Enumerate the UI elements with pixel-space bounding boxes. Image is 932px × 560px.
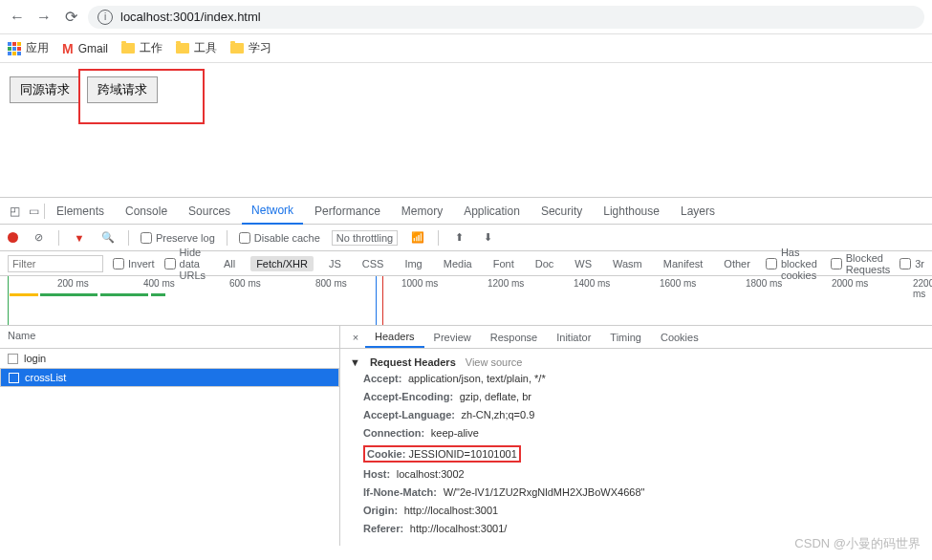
filter-doc[interactable]: Doc xyxy=(530,256,560,271)
detail-tab-timing[interactable]: Timing xyxy=(600,328,651,347)
filter-ws[interactable]: WS xyxy=(569,256,597,271)
download-icon[interactable]: ⬇ xyxy=(479,229,496,247)
folder-icon xyxy=(230,43,244,54)
header-accept-language: Accept-Language: zh-CN,zh;q=0.9 xyxy=(350,406,922,424)
search-icon[interactable]: 🔍 xyxy=(99,229,117,247)
view-source-link[interactable]: View source xyxy=(466,356,523,368)
filter-icon[interactable]: ▼ xyxy=(71,229,88,247)
filter-wasm[interactable]: Wasm xyxy=(607,256,648,271)
tab-lighthouse[interactable]: Lighthouse xyxy=(594,199,669,224)
forward-button[interactable]: → xyxy=(34,8,54,27)
bookmarks-bar: 应用 M Gmail 工作 工具 学习 xyxy=(0,34,932,63)
filter-media[interactable]: Media xyxy=(438,256,478,271)
folder-work[interactable]: 工作 xyxy=(121,40,163,56)
folder-icon xyxy=(176,43,189,54)
header-cookie: Cookie: JESSIONID=10101001 xyxy=(350,442,922,465)
header-accept-encoding: Accept-Encoding: gzip, deflate, br xyxy=(350,388,922,406)
headers-body: ▼ Request Headers View source Accept: ap… xyxy=(340,349,932,546)
upload-icon[interactable]: ⬆ xyxy=(450,229,467,247)
request-headers-section[interactable]: ▼ Request Headers View source xyxy=(350,355,922,370)
folder-icon xyxy=(121,43,135,54)
invert-checkbox[interactable]: Invert xyxy=(113,258,155,269)
tab-sources[interactable]: Sources xyxy=(179,199,240,224)
same-origin-button[interactable]: 同源请求 xyxy=(10,76,80,103)
header-host: Host: localhost:3002 xyxy=(350,465,922,484)
tab-security[interactable]: Security xyxy=(531,199,592,224)
reload-button[interactable]: ⟳ xyxy=(61,8,80,27)
throttling-select[interactable]: No throttling xyxy=(332,230,398,246)
filter-other[interactable]: Other xyxy=(718,256,756,271)
header-origin: Origin: http://localhost:3001 xyxy=(350,502,922,520)
folder-study[interactable]: 学习 xyxy=(230,40,271,56)
browser-toolbar: ← → ⟳ i localhost:3001/index.html xyxy=(0,0,932,34)
filter-manifest[interactable]: Manifest xyxy=(658,256,709,271)
request-list: Name login crossList xyxy=(0,326,340,546)
blocked-requests-checkbox[interactable]: Blocked Requests xyxy=(831,252,890,275)
devtools-tabs: ◰ ▭ Elements Console Sources Network Per… xyxy=(0,198,932,225)
network-filter-bar: Invert Hide data URLs All Fetch/XHR JS C… xyxy=(0,251,932,276)
disable-cache-checkbox[interactable]: Disable cache xyxy=(239,232,320,244)
detail-tab-preview[interactable]: Preview xyxy=(424,328,481,347)
filter-fetch-xhr[interactable]: Fetch/XHR xyxy=(250,256,314,271)
tab-memory[interactable]: Memory xyxy=(392,199,452,224)
apps-shortcut[interactable]: 应用 xyxy=(8,40,49,56)
site-info-icon[interactable]: i xyxy=(98,10,113,25)
gmail-bookmark[interactable]: M Gmail xyxy=(62,41,108,56)
wifi-icon[interactable]: 📶 xyxy=(409,229,426,247)
cross-origin-button[interactable]: 跨域请求 xyxy=(87,76,158,103)
device-icon[interactable]: ▭ xyxy=(25,203,42,220)
inspect-icon[interactable]: ◰ xyxy=(6,203,23,220)
request-detail: × Headers Preview Response Initiator Tim… xyxy=(340,326,932,546)
gmail-icon: M xyxy=(62,41,74,56)
filter-input[interactable] xyxy=(8,255,103,272)
preserve-log-checkbox[interactable]: Preserve log xyxy=(141,232,215,244)
tab-elements[interactable]: Elements xyxy=(47,199,114,224)
folder-tools[interactable]: 工具 xyxy=(176,40,217,56)
devtools-panel: ◰ ▭ Elements Console Sources Network Per… xyxy=(0,197,932,546)
clear-button[interactable]: ⊘ xyxy=(30,229,47,247)
header-if-none-match: If-None-Match: W/"2e-lV1/1ZU2RxgNldMH2XJ… xyxy=(350,484,922,502)
detail-tab-headers[interactable]: Headers xyxy=(365,327,424,348)
tab-network[interactable]: Network xyxy=(242,198,303,225)
filter-img[interactable]: Img xyxy=(399,256,427,271)
tab-console[interactable]: Console xyxy=(116,199,177,224)
detail-tab-cookies[interactable]: Cookies xyxy=(651,328,708,347)
header-accept: Accept: application/json, text/plain, */… xyxy=(350,370,922,388)
detail-tab-initiator[interactable]: Initiator xyxy=(547,328,600,347)
apps-icon xyxy=(8,42,21,55)
request-row-login[interactable]: login xyxy=(0,349,339,368)
detail-tab-response[interactable]: Response xyxy=(481,328,548,347)
back-button[interactable]: ← xyxy=(8,8,27,27)
third-party-checkbox[interactable]: 3r xyxy=(899,258,924,269)
close-detail-icon[interactable]: × xyxy=(346,332,365,343)
tab-layers[interactable]: Layers xyxy=(671,199,725,224)
network-main: Name login crossList × Headers Preview R… xyxy=(0,326,932,546)
filter-all[interactable]: All xyxy=(218,256,241,271)
filter-css[interactable]: CSS xyxy=(357,256,390,271)
record-button[interactable] xyxy=(8,232,18,243)
tab-performance[interactable]: Performance xyxy=(305,199,390,224)
header-connection: Connection: keep-alive xyxy=(350,424,922,442)
filter-font[interactable]: Font xyxy=(488,256,520,271)
detail-tabs: × Headers Preview Response Initiator Tim… xyxy=(340,326,932,349)
network-timeline[interactable]: 200 ms 400 ms 600 ms 800 ms 1000 ms 1200… xyxy=(0,276,932,326)
filter-js[interactable]: JS xyxy=(323,256,347,271)
request-row-crosslist[interactable]: crossList xyxy=(0,368,339,387)
address-bar[interactable]: i localhost:3001/index.html xyxy=(88,6,924,29)
url-text: localhost:3001/index.html xyxy=(120,10,261,24)
watermark: CSDN @小曼的码世界 xyxy=(794,535,921,552)
tab-application[interactable]: Application xyxy=(454,199,530,224)
page-content: 同源请求 跨域请求 xyxy=(0,63,932,197)
request-list-header[interactable]: Name xyxy=(0,326,339,349)
